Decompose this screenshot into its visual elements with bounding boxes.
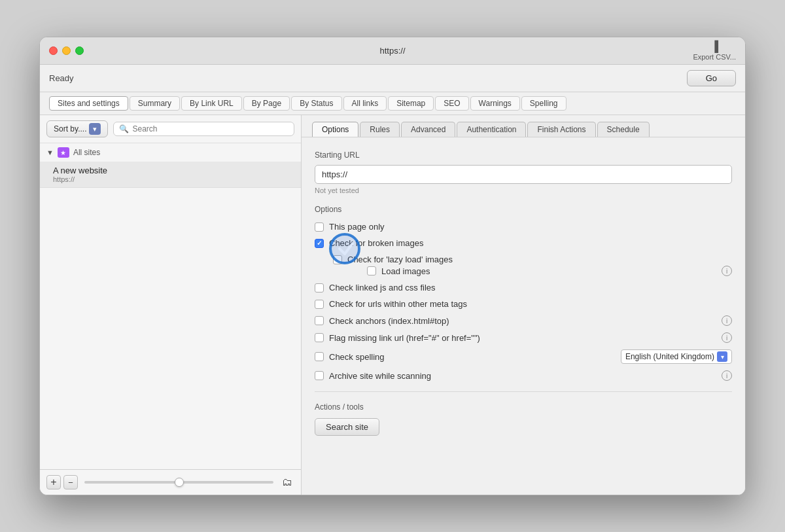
option-label-flag-missing: Flag missing link url (href="#" or href=… bbox=[329, 333, 480, 343]
zoom-slider-thumb[interactable] bbox=[175, 478, 184, 487]
bar-chart-icon: ▐ bbox=[711, 41, 718, 52]
info-icon-flag-missing[interactable]: i bbox=[722, 332, 732, 343]
minimize-button[interactable] bbox=[62, 46, 71, 55]
spelling-language-select[interactable]: English (United Kingdom) ▾ bbox=[621, 349, 732, 364]
add-site-button[interactable]: + bbox=[46, 475, 61, 489]
site-url: https:// bbox=[53, 175, 292, 183]
option-row-check-spelling: Check spelling English (United Kingdom) … bbox=[315, 349, 732, 364]
option-row-check-anchors: Check anchors (index.html#top) i bbox=[315, 315, 732, 326]
all-sites-label: All sites bbox=[73, 148, 100, 157]
option-row-broken-images: Check for broken images bbox=[315, 238, 732, 248]
option-label-urls-meta: Check for urls within other meta tags bbox=[329, 299, 467, 309]
options-label: Options bbox=[315, 205, 732, 214]
checkbox-broken-images[interactable] bbox=[315, 239, 324, 248]
tab-all-links[interactable]: All links bbox=[343, 96, 387, 111]
search-site-button[interactable]: Search site bbox=[315, 418, 379, 436]
site-list-item[interactable]: A new website https:// bbox=[40, 162, 301, 188]
tab-sitemap[interactable]: Sitemap bbox=[388, 96, 434, 111]
search-icon: 🔍 bbox=[119, 124, 129, 133]
toolbar: Ready Go bbox=[40, 65, 745, 92]
folder-button[interactable]: 🗂 bbox=[280, 475, 294, 489]
tab-seo[interactable]: SEO bbox=[435, 96, 468, 111]
spelling-language-label: English (United Kingdom) bbox=[625, 352, 714, 361]
option-label-this-page-only: This page only bbox=[329, 222, 385, 232]
zoom-slider-track bbox=[84, 481, 273, 484]
right-panel: Options Rules Advanced Authentication Fi… bbox=[302, 115, 745, 495]
subtab-schedule[interactable]: Schedule bbox=[597, 122, 650, 137]
option-label-archive-site: Archive site while scanning bbox=[329, 371, 431, 381]
subtab-options[interactable]: Options bbox=[312, 122, 358, 137]
main-content: Sort by.... ▾ 🔍 ▼ ★ All sites A new webs… bbox=[40, 115, 745, 495]
sort-arrow-icon: ▾ bbox=[89, 123, 101, 135]
all-sites-header: ▼ ★ All sites bbox=[40, 143, 301, 162]
subtab-advanced[interactable]: Advanced bbox=[401, 122, 455, 137]
option-row-load-images: Load images i bbox=[367, 266, 732, 276]
sort-by-button[interactable]: Sort by.... ▾ bbox=[46, 120, 108, 137]
tab-by-page[interactable]: By Page bbox=[243, 96, 290, 111]
option-row-archive-site: Archive site while scanning i bbox=[315, 370, 732, 381]
traffic-lights bbox=[49, 46, 84, 55]
option-label-linked-js-css: Check linked js and css files bbox=[329, 283, 436, 293]
option-label-broken-images: Check for broken images bbox=[329, 238, 424, 248]
tab-by-link-url[interactable]: By Link URL bbox=[181, 96, 242, 111]
search-input[interactable] bbox=[132, 124, 288, 133]
status-label: Ready bbox=[49, 73, 687, 83]
option-row-urls-meta: Check for urls within other meta tags bbox=[315, 299, 732, 309]
checkbox-check-anchors[interactable] bbox=[315, 316, 324, 325]
select-arrow-icon: ▾ bbox=[717, 351, 727, 362]
site-name: A new website bbox=[53, 166, 292, 175]
sidebar-toolbar: Sort by.... ▾ 🔍 bbox=[40, 115, 301, 143]
tab-warnings[interactable]: Warnings bbox=[470, 96, 520, 111]
remove-site-button[interactable]: − bbox=[63, 475, 78, 489]
panel-body: Starting URL https:// Not yet tested Opt… bbox=[302, 137, 745, 449]
tab-spelling[interactable]: Spelling bbox=[521, 96, 567, 111]
option-label-check-anchors: Check anchors (index.html#top) bbox=[329, 316, 449, 326]
checkbox-check-spelling[interactable] bbox=[315, 352, 324, 361]
search-box[interactable]: 🔍 bbox=[113, 122, 294, 136]
checkbox-this-page-only[interactable] bbox=[315, 222, 324, 232]
not-tested-label: Not yet tested bbox=[315, 186, 732, 194]
export-csv-button[interactable]: ▐ Export CSV... bbox=[693, 41, 736, 61]
subtab-rules[interactable]: Rules bbox=[360, 122, 400, 137]
info-icon-check-anchors[interactable]: i bbox=[722, 315, 732, 326]
info-icon-archive-site[interactable]: i bbox=[722, 370, 732, 381]
tab-sites-and-settings[interactable]: Sites and settings bbox=[49, 96, 128, 111]
app-window: https:// ▐ Export CSV... Ready Go Sites … bbox=[39, 37, 746, 495]
tab-by-status[interactable]: By Status bbox=[291, 96, 341, 111]
maximize-button[interactable] bbox=[75, 46, 84, 55]
collapse-icon[interactable]: ▼ bbox=[46, 149, 54, 156]
starting-url-label: Starting URL bbox=[315, 151, 732, 160]
tab-summary[interactable]: Summary bbox=[130, 96, 180, 111]
window-title: https:// bbox=[379, 46, 405, 56]
checkbox-lazy-load[interactable] bbox=[333, 255, 342, 264]
checkbox-archive-site[interactable] bbox=[315, 371, 324, 380]
starting-url-input[interactable]: https:// bbox=[315, 165, 732, 184]
subtab-finish-actions[interactable]: Finish Actions bbox=[527, 122, 595, 137]
option-row-lazy-load: Check for 'lazy load' images bbox=[333, 255, 732, 264]
option-row-flag-missing: Flag missing link url (href="#" or href=… bbox=[315, 332, 732, 343]
option-row-this-page-only: This page only bbox=[315, 222, 732, 232]
sites-list: ▼ ★ All sites A new website https:// bbox=[40, 143, 301, 469]
sidebar: Sort by.... ▾ 🔍 ▼ ★ All sites A new webs… bbox=[40, 115, 302, 495]
close-button[interactable] bbox=[49, 46, 58, 55]
checkbox-flag-missing[interactable] bbox=[315, 333, 324, 342]
checkbox-load-images[interactable] bbox=[367, 266, 376, 275]
titlebar: https:// ▐ Export CSV... bbox=[40, 37, 745, 65]
info-icon-load-images[interactable]: i bbox=[722, 266, 732, 276]
option-label-load-images: Load images bbox=[381, 266, 430, 276]
go-button[interactable]: Go bbox=[687, 70, 736, 86]
sub-tabs: Options Rules Advanced Authentication Fi… bbox=[302, 115, 745, 137]
checkbox-linked-js-css[interactable] bbox=[315, 283, 324, 293]
sidebar-bottom: + − 🗂 bbox=[40, 469, 301, 495]
option-row-linked-js-css: Check linked js and css files bbox=[315, 283, 732, 293]
folder-icon: ★ bbox=[58, 147, 69, 158]
option-label-lazy-load: Check for 'lazy load' images bbox=[347, 255, 453, 264]
subtab-authentication[interactable]: Authentication bbox=[457, 122, 526, 137]
option-label-check-spelling: Check spelling bbox=[329, 352, 385, 362]
checkbox-urls-meta[interactable] bbox=[315, 300, 324, 309]
actions-label: Actions / tools bbox=[315, 402, 732, 412]
main-tabs: Sites and settings Summary By Link URL B… bbox=[40, 92, 745, 115]
